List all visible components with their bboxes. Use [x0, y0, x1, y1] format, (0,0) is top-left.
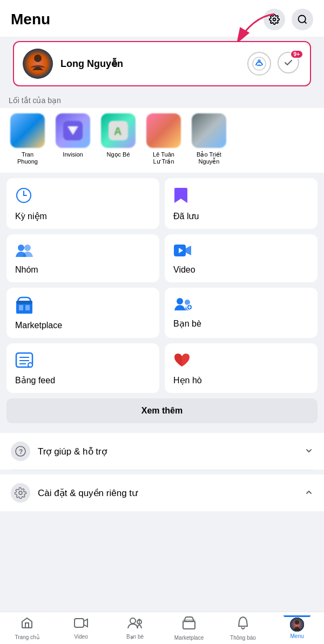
shortcut-name: TranPhuong: [17, 151, 38, 165]
marketplace-label: Marketplace: [15, 321, 151, 330]
video-nav-icon: [74, 617, 88, 632]
profile-right-actions: 9+: [247, 52, 301, 76]
shortcut-item[interactable]: Lê TuânLư Trần: [145, 113, 183, 165]
settings-section-icon: [11, 483, 30, 503]
svg-marker-15: [186, 246, 191, 255]
svg-text:A: A: [114, 125, 122, 137]
marketplace-icon: [15, 296, 151, 316]
svg-point-31: [29, 363, 32, 367]
shortcut-item[interactable]: Bảo TriếtNguyễn: [190, 113, 228, 165]
grid-item-video[interactable]: Video: [165, 234, 318, 282]
help-section[interactable]: ? Trợ giúp & hỗ trợ: [0, 433, 324, 470]
meta-avatar-icon[interactable]: [247, 52, 271, 76]
grid-item-dating[interactable]: Hẹn hò: [165, 343, 318, 393]
nav-item-notifications[interactable]: Thông báo: [216, 614, 270, 643]
menu-nav-label: Menu: [290, 633, 303, 639]
friends-icon: [173, 296, 309, 314]
svg-point-0: [273, 18, 276, 21]
shortcuts-section: Lối tắt của bạn TranPhuong Invision A: [0, 91, 324, 173]
dating-icon: [173, 352, 309, 371]
home-nav-label: Trang chủ: [15, 634, 39, 640]
shortcut-name: Invision: [63, 151, 83, 158]
svg-point-6: [253, 57, 266, 70]
settings-chevron: [305, 488, 313, 498]
shortcut-avatar: [56, 113, 90, 148]
shortcut-name: Lê TuânLư Trần: [153, 151, 174, 165]
svg-rect-17: [16, 303, 32, 314]
friends-nav-icon: [127, 617, 143, 632]
nav-item-menu[interactable]: Menu: [270, 615, 324, 641]
page-title: Menu: [11, 11, 50, 28]
svg-point-1: [299, 16, 306, 23]
shortcut-avatar: A: [101, 113, 136, 148]
svg-rect-42: [183, 620, 195, 622]
settings-button[interactable]: [264, 9, 285, 30]
shortcuts-row: TranPhuong Invision A Ngọc Bé: [0, 108, 324, 173]
memories-icon: [15, 187, 151, 207]
bottom-spacer: [0, 511, 324, 554]
svg-rect-20: [16, 301, 32, 304]
svg-point-21: [177, 298, 183, 304]
shortcut-item[interactable]: Invision: [54, 113, 92, 165]
friends-nav-label: Bạn bè: [126, 634, 144, 640]
nav-item-home[interactable]: Trang chủ: [0, 614, 54, 642]
check-badge[interactable]: 9+: [278, 52, 301, 76]
svg-point-37: [130, 618, 136, 623]
nav-item-marketplace[interactable]: Marketplace: [162, 614, 216, 643]
see-more-button[interactable]: Xem thêm: [6, 398, 318, 423]
grid-item-friends[interactable]: Bạn bè: [165, 288, 318, 338]
home-icon: [21, 616, 33, 633]
help-label: Trợ giúp & hỗ trợ: [38, 446, 297, 457]
shortcut-item[interactable]: A Ngọc Bé: [99, 113, 137, 165]
divider: [11, 470, 313, 470]
grid-item-saved[interactable]: Đã lưu: [165, 178, 318, 229]
shortcut-name: Bảo TriếtNguyễn: [197, 151, 221, 165]
svg-point-12: [18, 245, 24, 251]
grid-item-groups[interactable]: Nhóm: [6, 234, 159, 282]
grid-item-memories[interactable]: Kỳ niệm: [6, 178, 159, 229]
saved-label: Đã lưu: [173, 211, 309, 221]
svg-point-7: [258, 59, 261, 63]
svg-point-45: [295, 620, 299, 625]
marketplace-nav-label: Marketplace: [174, 635, 204, 641]
svg-rect-35: [75, 619, 84, 627]
svg-line-2: [305, 22, 307, 24]
nav-item-video[interactable]: Video: [54, 615, 108, 642]
dating-label: Hẹn hò: [173, 375, 309, 385]
groups-icon: [15, 243, 151, 261]
profile-name: Long Nguyễn: [60, 58, 123, 70]
video-icon: [173, 243, 309, 261]
bottom-nav: Trang chủ Video Bạn bè: [0, 612, 324, 644]
shortcut-item[interactable]: TranPhuong: [9, 113, 46, 165]
nav-item-friends[interactable]: Bạn bè: [108, 615, 162, 642]
groups-label: Nhóm: [15, 265, 151, 275]
menu-avatar: [290, 618, 304, 632]
svg-rect-18: [19, 305, 23, 310]
video-nav-label: Video: [74, 634, 87, 640]
help-icon: ?: [11, 442, 30, 461]
shortcuts-label: Lối tắt của bạn: [0, 91, 324, 108]
header-actions: [264, 9, 313, 30]
svg-point-13: [24, 245, 31, 251]
video-label: Video: [173, 265, 309, 275]
grid-item-marketplace[interactable]: Marketplace: [6, 288, 159, 338]
svg-rect-19: [25, 305, 30, 310]
profile-card[interactable]: Long Nguyễn 9+: [13, 41, 311, 86]
feed-icon: [15, 352, 151, 371]
search-button[interactable]: [292, 9, 313, 30]
gear-icon: [269, 14, 280, 25]
shortcut-avatar: [192, 113, 226, 148]
settings-label: Cài đặt & quyền riêng tư: [38, 487, 297, 499]
bell-icon: [237, 616, 249, 633]
grid-item-feed[interactable]: Bảng feed: [6, 343, 159, 393]
friends-label: Bạn bè: [173, 318, 309, 329]
notifications-nav-label: Thông báo: [230, 635, 256, 641]
avatar: [23, 49, 53, 79]
shortcut-name: Ngọc Bé: [106, 151, 130, 158]
settings-section[interactable]: Cài đặt & quyền riêng tư: [0, 474, 324, 511]
marketplace-nav-icon: [182, 616, 196, 633]
shortcut-avatar: [10, 113, 45, 148]
svg-point-5: [34, 55, 42, 62]
notification-count: 9+: [290, 50, 303, 59]
profile-wrapper: Long Nguyễn 9+: [6, 41, 318, 86]
